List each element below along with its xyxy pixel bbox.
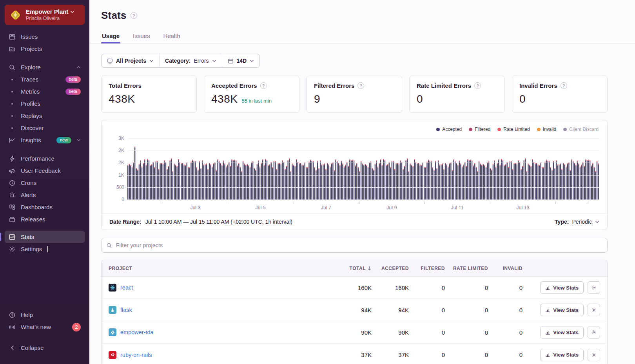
legend-item[interactable]: Filtered (469, 127, 490, 132)
sidebar-item-label: What's new (21, 324, 67, 330)
sidebar-item-discover[interactable]: Discover (5, 122, 85, 134)
column-accepted[interactable]: ACCEPTED (372, 266, 409, 271)
view-stats-button[interactable]: View Stats (540, 304, 584, 316)
column-total[interactable]: TOTAL (332, 266, 372, 271)
cell-invalid: 0 (488, 329, 523, 336)
cell-invalid: 0 (488, 307, 523, 313)
sidebar-collapse-button[interactable]: Collapse (5, 342, 85, 354)
view-stats-button[interactable]: View Stats (540, 326, 584, 339)
sidebar-item-insights[interactable]: Insights new (5, 134, 85, 146)
sidebar-item-metrics[interactable]: Metrics beta (5, 85, 85, 98)
tab-issues[interactable]: Issues (132, 29, 151, 43)
python-icon (109, 328, 116, 336)
help-circle-icon[interactable]: ? (357, 82, 364, 89)
sidebar-footer: Help What's new 2 Collapse (0, 309, 89, 364)
help-circle-icon[interactable]: ? (260, 82, 267, 89)
bar-series (127, 136, 599, 202)
column-invalid[interactable]: INVALID (488, 266, 523, 271)
bar-chart-icon (545, 352, 550, 357)
table-row: react 160K 160K 0 0 0 View Stats (102, 277, 607, 299)
column-project[interactable]: PROJECT (109, 266, 332, 271)
legend-label: Invalid (543, 127, 557, 132)
sidebar-item-traces[interactable]: Traces beta (5, 73, 85, 85)
project-link[interactable]: react (120, 284, 133, 291)
sidebar-item-label: Metrics (21, 88, 60, 95)
card-filtered-errors: Filtered Errors? 9 (307, 76, 402, 113)
gridline (127, 199, 599, 200)
sidebar-item-performance[interactable]: Performance (5, 152, 85, 165)
view-stats-button[interactable]: View Stats (540, 349, 584, 361)
sidebar-item-releases[interactable]: Releases (5, 213, 85, 225)
cell-accepted: 94K (372, 307, 409, 313)
help-circle-icon[interactable]: ? (474, 82, 481, 89)
sidebar-item-profiles[interactable]: Profiles (5, 98, 85, 110)
flask-icon (109, 306, 116, 314)
project-link[interactable]: empower-tda (120, 329, 154, 335)
tab-health[interactable]: Health (162, 29, 181, 43)
sidebar-item-alerts[interactable]: Alerts (5, 189, 85, 201)
project-settings-button[interactable] (588, 304, 600, 316)
x-tick (424, 202, 425, 204)
legend-dot (537, 128, 541, 131)
bullet-icon (9, 125, 16, 132)
issues-icon (9, 33, 16, 40)
view-stats-label: View Stats (553, 352, 579, 358)
react-icon (109, 284, 116, 292)
tab-bar: Usage Issues Health (89, 29, 635, 43)
gridline (127, 187, 599, 188)
org-switcher[interactable]: Empower Plant Priscila Oliveira (5, 5, 85, 25)
tab-usage[interactable]: Usage (101, 29, 120, 43)
project-link[interactable]: flask (120, 307, 132, 313)
cell-total: 37K (332, 351, 372, 358)
sidebar-item-label: Discover (21, 125, 81, 131)
view-stats-label: View Stats (553, 285, 579, 291)
project-link[interactable]: ruby-on-rails (120, 352, 152, 358)
help-circle-icon[interactable]: ? (131, 12, 137, 19)
column-filtered[interactable]: FILTERED (409, 266, 445, 271)
legend-item[interactable]: Client Discard (563, 127, 599, 132)
rails-icon (109, 351, 116, 359)
legend-item[interactable]: Accepted (436, 127, 462, 132)
legend-label: Rate Limited (503, 127, 530, 132)
legend-item[interactable]: Invalid (537, 127, 557, 132)
chart-type-dropdown[interactable]: Type: Periodic (555, 219, 599, 225)
table-row: flask 94K 94K 0 0 0 View Stats (102, 299, 607, 321)
sidebar-item-label: Help (21, 311, 81, 318)
sidebar-item-stats[interactable]: Stats (5, 231, 85, 243)
sidebar-item-dashboards[interactable]: Dashboards (5, 201, 85, 213)
sidebar-item-user-feedback[interactable]: User Feedback (5, 165, 85, 177)
project-filter-dropdown[interactable]: All Projects (102, 54, 159, 67)
sidebar-item-issues[interactable]: Issues (5, 31, 85, 43)
sidebar-item-help[interactable]: Help (5, 309, 85, 321)
chevron-down-icon (149, 59, 154, 63)
sidebar-item-settings[interactable]: Settings (5, 243, 85, 255)
search-icon (9, 64, 16, 71)
cell-filtered: 0 (409, 329, 445, 336)
card-value: 0 (519, 93, 526, 105)
x-axis: Jul 3Jul 5Jul 7Jul 9Jul 11Jul 13 (127, 202, 599, 212)
card-total-errors: Total Errors 438K (101, 76, 197, 113)
sidebar-item-crons[interactable]: Crons (5, 177, 85, 189)
column-rate-limited[interactable]: RATE LIMITED (445, 266, 488, 271)
category-filter-dropdown[interactable]: Category: Errors (159, 54, 221, 67)
project-settings-button[interactable] (588, 281, 600, 294)
card-value: 438K (109, 93, 135, 105)
archive-icon (9, 216, 16, 223)
bar-chart-icon (545, 330, 550, 335)
sidebar-item-label: Explore (21, 64, 71, 71)
legend-label: Accepted (442, 127, 462, 132)
view-stats-button[interactable]: View Stats (540, 281, 584, 294)
sidebar-item-explore[interactable]: Explore (5, 61, 85, 73)
project-search-input[interactable] (116, 242, 602, 248)
category-filter-label: Category: (165, 58, 190, 64)
sidebar-item-projects[interactable]: Projects (5, 43, 85, 55)
help-circle-icon[interactable]: ? (561, 82, 567, 89)
sidebar-item-whats-new[interactable]: What's new 2 (5, 321, 85, 333)
date-range-dropdown[interactable]: 14D (222, 54, 260, 67)
chart-legend: AcceptedFilteredRate LimitedInvalidClien… (109, 125, 599, 136)
project-settings-button[interactable] (588, 349, 600, 361)
project-settings-button[interactable] (588, 326, 600, 339)
card-title: Invalid Errors (519, 82, 557, 89)
sidebar-item-replays[interactable]: Replays (5, 110, 85, 122)
legend-item[interactable]: Rate Limited (497, 127, 530, 132)
